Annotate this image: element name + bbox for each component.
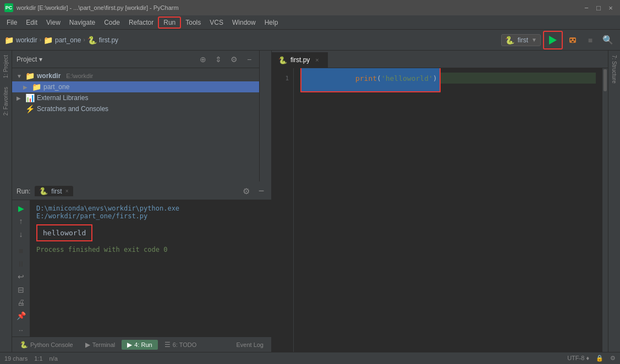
tree-item-ext-lib[interactable]: ▶ 📊 External Libraries — [12, 92, 259, 103]
title-text: workdir [E:\workdir] - ...\part_one\firs… — [17, 4, 581, 11]
project-settings-btn[interactable]: ⚙ — [228, 54, 239, 65]
title-bar: PC workdir [E:\workdir] - ...\part_one\f… — [0, 0, 620, 15]
bottom-tab-python-console[interactable]: 🐍 Python Console — [14, 340, 79, 350]
breadcrumb-sep1: › — [40, 37, 41, 43]
pause-icon: ⏸ — [17, 260, 25, 268]
run-path: D:\miniconda\envs\workdir\python.exe E:/… — [36, 205, 265, 220]
menu-run[interactable]: Run — [158, 16, 181, 29]
tree-label-workdir: workdir — [37, 72, 61, 80]
run-button[interactable] — [545, 32, 561, 48]
part-one-folder-icon: 📁 — [32, 82, 41, 91]
maximize-btn[interactable]: □ — [594, 3, 603, 13]
breadcrumb: 📁 workdir › 📁 part_one › 🐍 first.py — [4, 36, 499, 45]
project-hide-btn[interactable]: − — [244, 54, 255, 65]
tree-label-scratches: Scratches and Consoles — [37, 105, 108, 113]
bottom-tab-todo[interactable]: ☰ 6: TODO — [159, 340, 202, 350]
status-gear-icon[interactable]: ⚙ — [610, 355, 616, 362]
run-rerun-btn[interactable]: ▶ — [14, 202, 28, 214]
workdir-icon: 📁 — [25, 71, 35, 80]
scrollbar-thumb[interactable] — [603, 69, 607, 91]
rerun-icon: ▶ — [18, 204, 24, 213]
tree-label-part-one: part_one — [43, 83, 69, 91]
scroll-up-icon: ↑ — [19, 217, 23, 225]
editor-content[interactable]: 1 print('helloworld') — [272, 68, 608, 352]
line-numbers: 1 — [272, 68, 294, 352]
run-print-btn[interactable]: 🖨 — [14, 297, 28, 309]
ext-lib-icon: 📊 — [25, 93, 35, 102]
project-collapse-btn[interactable]: ⇕ — [213, 54, 224, 65]
run-hide-btn[interactable]: − — [256, 186, 267, 197]
breadcrumb-firstpy[interactable]: first.py — [99, 36, 118, 44]
search-button[interactable]: 🔍 — [600, 32, 616, 48]
run-tab-first[interactable]: 🐍 first × — [35, 186, 73, 196]
run-config-selector[interactable]: 🐍 first ▼ — [501, 34, 541, 46]
status-encoding[interactable]: UTF-8 ♦ — [567, 355, 589, 362]
breadcrumb-workdir[interactable]: workdir — [16, 36, 37, 44]
tree-item-part-one[interactable]: ▶ 📁 part_one — [12, 81, 259, 92]
run-filter-btn[interactable]: ⊟ — [14, 284, 28, 296]
editor-tab-close[interactable]: × — [313, 56, 321, 64]
debug-button[interactable] — [565, 32, 580, 48]
run-config-name: first — [518, 36, 528, 44]
app-icon: PC — [4, 3, 13, 12]
run-wrap-btn[interactable]: ↩ — [14, 271, 28, 283]
status-position: 1:1 — [34, 355, 42, 362]
code-line-1[interactable]: print('helloworld') — [300, 73, 596, 84]
editor-scrollbar[interactable] — [602, 68, 608, 352]
play-icon — [549, 36, 557, 45]
menu-edit[interactable]: Edit — [21, 18, 42, 27]
menu-navigate[interactable]: Navigate — [65, 18, 100, 27]
part-one-folder-icon: 📁 — [43, 36, 53, 45]
editor-tab-name: first.py — [290, 56, 310, 64]
stop-button[interactable]: ■ — [583, 32, 598, 48]
menu-code[interactable]: Code — [100, 18, 124, 27]
tree-item-workdir[interactable]: ▼ 📁 workdir E:\workdir — [12, 70, 259, 81]
run-output: D:\miniconda\envs\workdir\python.exe E:/… — [30, 200, 271, 337]
side-tab-structure[interactable]: 7: Structure — [610, 51, 618, 88]
editor-area: 🐍 first.py × 1 print('helloworld') — [272, 51, 608, 352]
run-panel-content: ▶ ↑ ↓ ■ ⏸ ↩ — [12, 200, 271, 337]
status-lock-icon[interactable]: 🔒 — [596, 355, 603, 362]
menu-file[interactable]: File — [2, 18, 21, 27]
scroll-down-icon: ↓ — [19, 230, 23, 239]
run-stop-btn[interactable]: ■ — [14, 245, 28, 257]
menu-tools[interactable]: Tools — [181, 18, 205, 27]
close-btn[interactable]: × — [606, 3, 616, 13]
side-panel-left: 1: Project 2: Favorites — [0, 51, 12, 352]
bottom-tab-run[interactable]: ▶ 4: Run — [122, 340, 157, 350]
scratches-icon: ⚡ — [25, 104, 35, 113]
run-scroll-down-btn[interactable]: ↓ — [14, 228, 28, 240]
menu-window[interactable]: Window — [228, 18, 260, 27]
run-more-btn[interactable]: .. — [14, 323, 28, 335]
run-label: Run: — [17, 187, 30, 195]
editor-tab-firstpy[interactable]: 🐍 first.py × — [272, 52, 328, 68]
menu-refactor[interactable]: Refactor — [124, 18, 158, 27]
minimize-btn[interactable]: − — [581, 3, 591, 13]
tree-item-scratches[interactable]: ⚡ Scratches and Consoles — [12, 103, 259, 114]
editor-tab-icon: 🐍 — [278, 56, 287, 64]
menu-vcs[interactable]: VCS — [205, 18, 228, 27]
print-icon: 🖨 — [17, 298, 25, 307]
run-pin-btn[interactable]: 📌 — [14, 310, 28, 322]
run-scroll-up-btn[interactable]: ↑ — [14, 216, 28, 228]
run-pause-btn[interactable]: ⏸ — [14, 258, 28, 270]
breadcrumb-part-one[interactable]: part_one — [55, 36, 81, 44]
event-log-label: Event Log — [236, 341, 264, 348]
menu-view[interactable]: View — [42, 18, 65, 27]
string-value: 'helloworld' — [381, 74, 433, 82]
bottom-tab-event-log[interactable]: Event Log — [231, 340, 269, 349]
svg-rect-3 — [572, 41, 574, 42]
bottom-tab-terminal[interactable]: ▶ Terminal — [80, 340, 121, 350]
code-area[interactable]: print('helloworld') — [294, 68, 602, 352]
svg-point-2 — [574, 38, 575, 40]
side-label-project[interactable]: 1: Project — [2, 51, 10, 82]
run-settings-btn[interactable]: ⚙ — [240, 186, 251, 197]
tree-arrow-part-one: ▶ — [23, 84, 30, 90]
run-tab-close-btn[interactable]: × — [65, 188, 69, 194]
status-chars: 19 chars — [4, 355, 28, 362]
status-na: n/a — [50, 355, 58, 362]
project-panel-title: Project ▾ — [17, 56, 193, 63]
menu-help[interactable]: Help — [260, 18, 283, 27]
side-label-favorites[interactable]: 2: Favorites — [2, 82, 10, 120]
project-add-btn[interactable]: ⊕ — [197, 54, 209, 65]
